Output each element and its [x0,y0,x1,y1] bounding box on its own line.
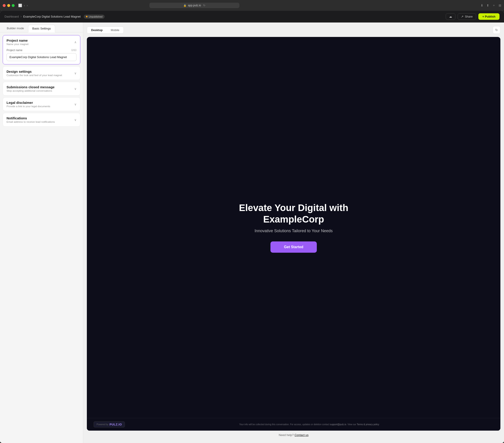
preview-frame: Elevate Your Digital with ExampleCorp In… [87,37,500,431]
project-name-input[interactable] [6,53,76,61]
refresh-icon: ↻ [495,28,498,32]
browser-right-icons: ⬇ ⬆ ＋ ⊞ [481,3,501,7]
preview-subtitle: Innovative Solutions Tailored to Your Ne… [255,229,333,233]
view-toggle: Desktop Mobile [87,27,124,34]
tab-builder[interactable]: Builder mode [3,25,28,32]
submissions-closed-header[interactable]: Submissions closed message Stop acceptin… [3,82,80,95]
tabs-bar: Builder mode Basic Settings [0,22,83,32]
contact-us-link[interactable]: Contact us [294,433,308,437]
project-name-header[interactable]: Project name Name your magnet ∧ [3,35,80,49]
browser-nav-icons: ⬜ ‹ › [18,4,28,7]
design-settings-title: Design settings [6,70,62,73]
cloud-icon: ☁ [449,15,452,18]
legal-disclaimer-title: Legal disclaimer [6,101,50,104]
top-nav: Dashboard > ExampleCorp Digital Solution… [0,11,504,22]
preview-toolbar: Desktop Mobile ↻ [87,26,500,34]
right-preview: Desktop Mobile ↻ Elevate Your Digital wi… [83,22,504,443]
powered-text: Powered by [96,423,108,426]
field-label: Project name 0/60 [6,49,76,52]
lock-icon: 🔒 [183,4,186,7]
forward-icon[interactable]: › [27,4,28,7]
left-panel: Builder mode Basic Settings Project name… [0,22,83,443]
preview-title: Elevate Your Digital with ExampleCorp [226,202,361,225]
publish-label: + Publish [482,15,495,18]
notifications-subtitle: Email address to receive lead notificati… [6,120,55,123]
refresh-icon[interactable]: ↻ [203,4,205,7]
url-text: app.pulz.io [188,4,201,7]
project-name-subtitle: Name your magnet [6,43,29,45]
publish-button[interactable]: + Publish [478,13,500,20]
submissions-closed-card: Submissions closed message Stop acceptin… [3,82,80,96]
status-text: Unpublished [89,15,102,18]
preview-refresh-button[interactable]: ↻ [493,26,500,34]
notifications-title: Notifications [6,116,55,120]
footer-legal-text: Your info will be collected during this … [125,423,494,426]
view-desktop-button[interactable]: Desktop [87,27,107,33]
preview-content: Elevate Your Digital with ExampleCorp In… [87,37,500,418]
share-icon: ↗ [461,15,464,18]
tab-basic-settings[interactable]: Basic Settings [28,25,55,32]
fullscreen-button[interactable] [12,4,15,7]
footer-legal: Your info will be collected during this … [125,423,494,426]
design-settings-subtitle: Customize the look and feel of your lead… [6,74,62,77]
settings-list: Project name Name your magnet ∧ Project … [0,32,83,443]
main-content: Builder mode Basic Settings Project name… [0,22,504,443]
app-container: Dashboard > ExampleCorp Digital Solution… [0,11,504,443]
traffic-lights [3,4,15,7]
help-section: Need help? Contact us [87,431,500,439]
footer-email-link[interactable]: support@pulz.io [330,423,346,426]
project-name-body: Project name 0/60 [3,49,80,64]
help-text: Need help? [279,433,294,437]
field-label-text: Project name [6,49,22,52]
share-label: Share [465,15,473,18]
project-name-title: Project name [6,39,29,42]
share-button[interactable]: ↗ Share [458,13,476,20]
address-bar[interactable]: 🔒 app.pulz.io ↻ [149,3,239,8]
notifications-header[interactable]: Notifications Email address to receive l… [3,113,80,126]
breadcrumb: Dashboard > ExampleCorp Digital Solution… [4,15,446,19]
design-settings-chevron: ∨ [74,71,76,75]
notifications-card: Notifications Email address to receive l… [3,113,80,127]
grid-icon[interactable]: ⊞ [499,4,501,7]
cloud-button[interactable]: ☁ [446,13,455,20]
powered-badge: Powered by PULZ.IO [94,421,125,427]
share-browser-icon[interactable]: ⬆ [486,4,489,7]
download-icon[interactable]: ⬇ [481,4,483,7]
preview-cta-button[interactable]: Get Started [270,241,317,253]
preview-footer: Powered by PULZ.IO Your info will be col… [87,418,500,431]
footer-privacy-link[interactable]: Terms & privacy policy [357,423,379,426]
status-badge: Unpublished [84,15,105,19]
design-settings-header[interactable]: Design settings Customize the look and f… [3,66,80,80]
legal-disclaimer-chevron: ∨ [74,102,76,106]
submissions-closed-subtitle: Stop accepting additional conversations [6,89,54,92]
notifications-chevron: ∨ [74,118,76,122]
breadcrumb-separator: > [20,15,22,18]
pulz-brand: PULZ.IO [109,423,122,426]
minimize-button[interactable] [7,4,10,7]
breadcrumb-parent[interactable]: Dashboard [4,15,19,18]
legal-disclaimer-header[interactable]: Legal disclaimer Provide a link to your … [3,97,80,111]
submissions-closed-chevron: ∨ [74,87,76,91]
browser-chrome: ⬜ ‹ › 🔒 app.pulz.io ↻ ⬇ ⬆ ＋ ⊞ [0,0,504,11]
status-dot [86,16,88,17]
sidebar-toggle-icon[interactable]: ⬜ [18,4,22,7]
legal-disclaimer-card: Legal disclaimer Provide a link to your … [3,97,80,111]
close-button[interactable] [3,4,6,7]
new-tab-icon[interactable]: ＋ [492,3,495,7]
project-name-card: Project name Name your magnet ∧ Project … [3,35,80,64]
back-icon[interactable]: ‹ [24,4,25,7]
project-name-chevron: ∧ [74,40,76,44]
submissions-closed-title: Submissions closed message [6,85,54,89]
design-settings-card: Design settings Customize the look and f… [3,66,80,80]
view-mobile-button[interactable]: Mobile [107,27,123,33]
field-count: 0/60 [71,49,76,52]
nav-actions: ☁ ↗ Share + Publish [446,13,500,20]
breadcrumb-current: ExampleCorp Digital Solutions Lead Magne… [23,15,81,18]
legal-disclaimer-subtitle: Provide a link to your legal documents [6,105,50,108]
